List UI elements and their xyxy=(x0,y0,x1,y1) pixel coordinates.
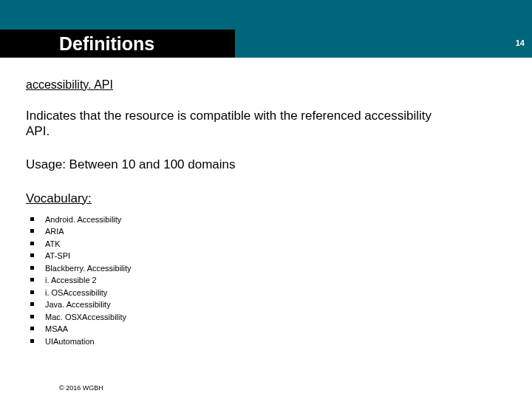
list-item: Mac. OSXAccessibility xyxy=(27,311,506,324)
list-item: Java. Accessibility xyxy=(27,299,506,311)
list-item: UIAutomation xyxy=(27,335,506,348)
list-item: AT-SPI xyxy=(27,250,506,262)
title-bar: Definitions xyxy=(0,30,235,58)
slide-content: accessibility. API Indicates that the re… xyxy=(0,58,532,347)
list-item: i. OSAccessibility xyxy=(27,287,506,299)
term-description: Indicates that the resource is compatibl… xyxy=(26,108,440,140)
list-item: Android. Accessibility xyxy=(27,214,506,226)
usage-line: Usage: Between 10 and 100 domains xyxy=(26,157,506,172)
copyright-footer: © 2016 WGBH xyxy=(59,384,103,392)
list-item: MSAA xyxy=(27,323,506,335)
list-item: i. Accessible 2 xyxy=(27,274,506,287)
term-heading: accessibility. API xyxy=(26,78,506,92)
vocabulary-label: Vocabulary: xyxy=(26,191,506,206)
slide-title: Definitions xyxy=(59,33,154,55)
list-item: ARIA xyxy=(27,225,506,238)
page-number: 14 xyxy=(516,38,525,47)
vocabulary-list: Android. Accessibility ARIA ATK AT-SPI B… xyxy=(27,214,506,348)
list-item: Blackberry. Accessibility xyxy=(27,262,506,275)
slide-header: Definitions 14 xyxy=(0,0,532,58)
list-item: ATK xyxy=(27,238,506,250)
